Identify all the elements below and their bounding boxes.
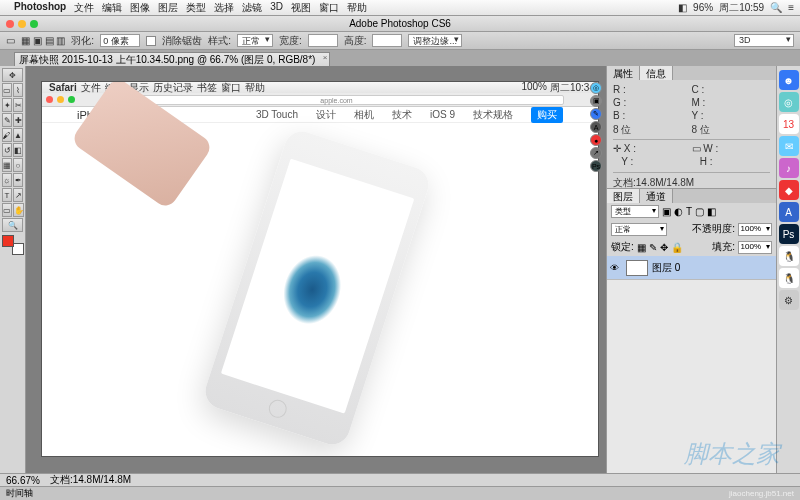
subnav-item: 3D Touch <box>256 109 298 120</box>
menu-edit[interactable]: 编辑 <box>102 1 122 15</box>
lock-icon[interactable]: ▦ <box>637 242 646 253</box>
fill-input[interactable]: 100% <box>738 241 772 254</box>
panel-icon[interactable]: ↗ <box>590 147 602 159</box>
subnav-item: 设计 <box>316 108 336 122</box>
blur-tool[interactable]: ○ <box>13 158 23 172</box>
antialias-checkbox[interactable] <box>146 36 156 46</box>
menu-file[interactable]: 文件 <box>74 1 94 15</box>
menu-view[interactable]: 视图 <box>291 1 311 15</box>
panel-icon[interactable]: Ps <box>590 160 602 172</box>
lock-icon[interactable]: ✥ <box>660 242 668 253</box>
menu-3d[interactable]: 3D <box>270 1 283 15</box>
gradient-tool[interactable]: ▦ <box>2 158 12 172</box>
menubar-icon[interactable]: ◧ <box>678 2 687 13</box>
document-canvas[interactable]: Safari 文件 编辑 显示 历史记录 书签 窗口 帮助 100%周二10:3… <box>42 82 598 456</box>
menu-filter[interactable]: 滤镜 <box>242 1 262 15</box>
filter-icon[interactable]: ◧ <box>707 206 716 217</box>
dock-finder-icon[interactable]: ☻ <box>779 70 799 90</box>
close-tab-icon[interactable]: × <box>323 53 328 62</box>
panel-icon[interactable]: ▣ <box>590 95 602 107</box>
history-brush-tool[interactable]: ↺ <box>2 143 12 157</box>
dock-qq-icon[interactable]: 🐧 <box>779 246 799 266</box>
tab-layers[interactable]: 图层 <box>607 189 640 203</box>
move-tool[interactable]: ✥ <box>2 68 23 82</box>
hand-tool[interactable]: ✋ <box>13 203 24 217</box>
blend-mode-select[interactable]: 正常 <box>611 223 667 236</box>
type-tool[interactable]: T <box>2 188 12 202</box>
menu-help[interactable]: 帮助 <box>347 1 367 15</box>
menu-select[interactable]: 选择 <box>214 1 234 15</box>
dock-qq-icon[interactable]: 🐧 <box>779 268 799 288</box>
zoom-level[interactable]: 66.67% <box>6 475 40 486</box>
panel-icon[interactable]: A <box>590 121 602 133</box>
notification-icon[interactable]: ≡ <box>788 2 794 13</box>
filter-icon[interactable]: ▢ <box>695 206 704 217</box>
dock-safari-icon[interactable]: ◎ <box>779 92 799 112</box>
tab-info[interactable]: 信息 <box>640 66 673 80</box>
menu-appname[interactable]: Photoshop <box>14 1 66 15</box>
workspace-select[interactable]: 3D <box>734 34 794 47</box>
width-input[interactable] <box>308 34 338 47</box>
panel-icon[interactable]: ◎ <box>590 82 602 94</box>
menu-image[interactable]: 图像 <box>130 1 150 15</box>
height-input[interactable] <box>372 34 402 47</box>
layer-list[interactable]: 👁 图层 0 <box>607 256 776 474</box>
dock-itunes-icon[interactable]: ♪ <box>779 158 799 178</box>
layer-name[interactable]: 图层 0 <box>652 261 680 275</box>
document-tab[interactable]: 屏幕快照 2015-10-13 上午10.34.50.png @ 66.7% (… <box>14 52 330 66</box>
layer-thumbnail[interactable] <box>626 260 648 276</box>
dock-app-icon[interactable]: ◆ <box>779 180 799 200</box>
marquee-tool-icon[interactable]: ▭ <box>6 35 15 46</box>
battery-indicator[interactable]: 96% <box>693 2 713 13</box>
selection-mode-icons[interactable]: ▦ ▣ ▤ ▥ <box>21 35 65 46</box>
heal-tool[interactable]: ✚ <box>13 113 23 127</box>
marquee-tool[interactable]: ▭ <box>2 83 12 97</box>
filter-icon[interactable]: ◐ <box>674 206 683 217</box>
zoom-tool[interactable]: 🔍 <box>2 218 23 232</box>
menu-type[interactable]: 类型 <box>186 1 206 15</box>
dock-mail-icon[interactable]: ✉ <box>779 136 799 156</box>
canvas-area[interactable]: Safari 文件 编辑 显示 历史记录 书签 窗口 帮助 100%周二10:3… <box>26 66 606 474</box>
clock[interactable]: 周二10:59 <box>719 1 764 15</box>
refine-edge-button[interactable]: 调整边缘... <box>408 34 462 47</box>
menu-layer[interactable]: 图层 <box>158 1 178 15</box>
doc-size[interactable]: 文档:14.8M/14.8M <box>50 473 131 487</box>
zoom-button[interactable] <box>30 20 38 28</box>
menu-window[interactable]: 窗口 <box>319 1 339 15</box>
lasso-tool[interactable]: ⌇ <box>13 83 23 97</box>
dock-photoshop-icon[interactable]: Ps <box>779 224 799 244</box>
style-select[interactable]: 正常 <box>237 34 273 47</box>
eyedropper-tool[interactable]: ✎ <box>2 113 12 127</box>
crop-tool[interactable]: ✂ <box>13 98 23 112</box>
lock-icon[interactable]: ✎ <box>649 242 657 253</box>
layer-row[interactable]: 👁 图层 0 <box>607 256 776 280</box>
eraser-tool[interactable]: ◧ <box>13 143 23 157</box>
close-button[interactable] <box>6 20 14 28</box>
timeline-bar[interactable]: 时间轴 <box>0 486 800 500</box>
dock-settings-icon[interactable]: ⚙ <box>779 290 799 310</box>
shape-tool[interactable]: ▭ <box>2 203 12 217</box>
color-swatches[interactable] <box>2 235 24 255</box>
stamp-tool[interactable]: ▲ <box>13 128 23 142</box>
minimize-button[interactable] <box>18 20 26 28</box>
panel-icon[interactable]: ✎ <box>590 108 602 120</box>
lock-icon[interactable]: 🔒 <box>671 242 683 253</box>
wand-tool[interactable]: ✦ <box>2 98 12 112</box>
pen-tool[interactable]: ✒ <box>13 173 23 187</box>
dock-appstore-icon[interactable]: A <box>779 202 799 222</box>
safari-clock: 周二10:34 <box>550 82 595 95</box>
tab-properties[interactable]: 属性 <box>607 66 640 80</box>
panel-icon[interactable]: ● <box>590 134 602 146</box>
layer-filter-select[interactable]: 类型 <box>611 205 659 218</box>
brush-tool[interactable]: 🖌 <box>2 128 12 142</box>
filter-icon[interactable]: ▣ <box>662 206 671 217</box>
feather-input[interactable]: 0 像素 <box>100 34 140 47</box>
filter-icon[interactable]: T <box>686 206 692 217</box>
tab-channels[interactable]: 通道 <box>640 189 673 203</box>
path-tool[interactable]: ↗ <box>13 188 23 202</box>
opacity-input[interactable]: 100% <box>738 223 772 236</box>
dodge-tool[interactable]: ☼ <box>2 173 12 187</box>
spotlight-icon[interactable]: 🔍 <box>770 2 782 13</box>
dock-calendar-icon[interactable]: 13 <box>779 114 799 134</box>
visibility-icon[interactable]: 👁 <box>610 263 622 273</box>
